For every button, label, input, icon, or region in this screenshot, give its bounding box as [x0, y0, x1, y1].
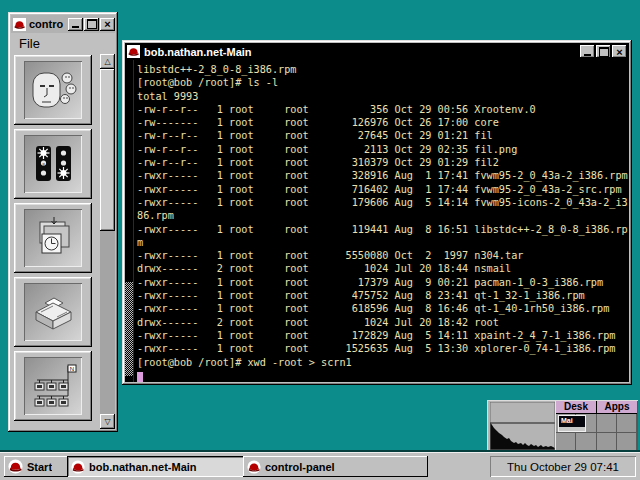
start-button[interactable]: Start	[4, 456, 70, 477]
menu-file[interactable]: File	[11, 36, 40, 51]
scroll-up-icon[interactable]: △	[100, 54, 115, 69]
terminal-output: libstdc++-2_8_0-8_i386.rpm [root@bob /ro…	[137, 63, 629, 369]
control-panel-icon-list: o	[13, 54, 99, 429]
terminal-text-area: libstdc++-2_8_0-8_i386.rpm [root@bob /ro…	[137, 63, 629, 382]
pager-apps-label[interactable]: Apps	[597, 401, 637, 413]
pager-grid: Mai	[556, 414, 637, 451]
terminal-scrollbar-thumb[interactable]	[125, 282, 133, 375]
network-icon: N	[24, 357, 82, 415]
panel-button-users[interactable]	[14, 55, 92, 125]
indicator-lights-icon: o	[24, 135, 82, 193]
maximize-button[interactable]	[84, 18, 99, 31]
panel-button-network[interactable]: N	[14, 351, 92, 421]
desktop-pager: Desk Apps Mai	[555, 401, 637, 451]
redhat-icon	[71, 460, 85, 474]
minimize-button[interactable]	[68, 18, 83, 31]
pager-cell[interactable]	[576, 414, 596, 433]
panel-button-datetime[interactable]	[14, 203, 92, 273]
taskbar-task-terminal[interactable]: bob.nathan.net-Main	[67, 456, 247, 477]
taskbar-clock: Thu October 29 07:41	[490, 456, 636, 477]
task-label: control-panel	[265, 461, 335, 473]
terminal-titlebar[interactable]: bob.nathan.net-Main ×	[125, 43, 629, 60]
minimize-button[interactable]	[580, 45, 595, 58]
redhat-icon	[247, 460, 261, 474]
task-label: bob.nathan.net-Main	[89, 461, 197, 473]
svg-text:N: N	[70, 366, 74, 372]
redhat-icon	[8, 459, 23, 474]
terminal-screen[interactable]: libstdc++-2_8_0-8_i386.rpm [root@bob /ro…	[125, 60, 629, 382]
pager-cell[interactable]	[617, 433, 637, 452]
scrollbar-trough[interactable]	[100, 231, 115, 414]
close-button[interactable]: ×	[100, 18, 115, 31]
pager-cell[interactable]	[617, 414, 637, 433]
scrollbar-thumb[interactable]	[100, 69, 115, 231]
monitor-pager-dock: Desk Apps Mai	[487, 400, 638, 452]
maximize-button[interactable]	[596, 45, 611, 58]
control-panel-scrollbar[interactable]: △ ▽	[100, 54, 115, 429]
control-panel-titlebar[interactable]: contro ×	[11, 15, 115, 33]
panel-button-services[interactable]: o	[14, 129, 92, 199]
control-panel-window: contro × File	[8, 12, 118, 432]
terminal-window: bob.nathan.net-Main × libstdc++-2_8_0-8_…	[122, 40, 632, 385]
close-button[interactable]: ×	[612, 45, 627, 58]
users-icon	[24, 61, 82, 119]
pager-cell-current[interactable]: Mai	[556, 414, 576, 433]
panel-button-printer[interactable]	[14, 277, 92, 347]
pager-cell[interactable]	[597, 433, 617, 452]
printer-icon	[24, 283, 82, 341]
pager-cell[interactable]	[576, 433, 596, 452]
control-panel-body: o	[11, 54, 115, 429]
pager-cell[interactable]	[556, 433, 576, 452]
scroll-down-icon[interactable]: ▽	[100, 414, 115, 429]
taskbar-task-control-panel[interactable]: control-panel	[243, 456, 428, 477]
date-time-icon	[24, 209, 82, 267]
taskbar: Start bob.nathan.net-Main control-panel …	[0, 452, 640, 480]
load-monitor	[490, 402, 555, 450]
desktop: contro × File	[0, 0, 640, 480]
terminal-title: bob.nathan.net-Main	[144, 46, 579, 58]
terminal-scrollbar[interactable]	[125, 60, 134, 382]
control-panel-menubar: File	[11, 33, 115, 54]
start-label: Start	[27, 461, 52, 473]
pager-cell[interactable]	[597, 414, 617, 433]
redhat-icon	[127, 45, 140, 58]
terminal-cursor	[137, 372, 143, 382]
pager-header: Desk Apps	[556, 401, 637, 414]
pager-desk-label[interactable]: Desk	[556, 401, 597, 413]
control-panel-title: contro	[29, 18, 67, 30]
redhat-icon	[13, 18, 26, 31]
